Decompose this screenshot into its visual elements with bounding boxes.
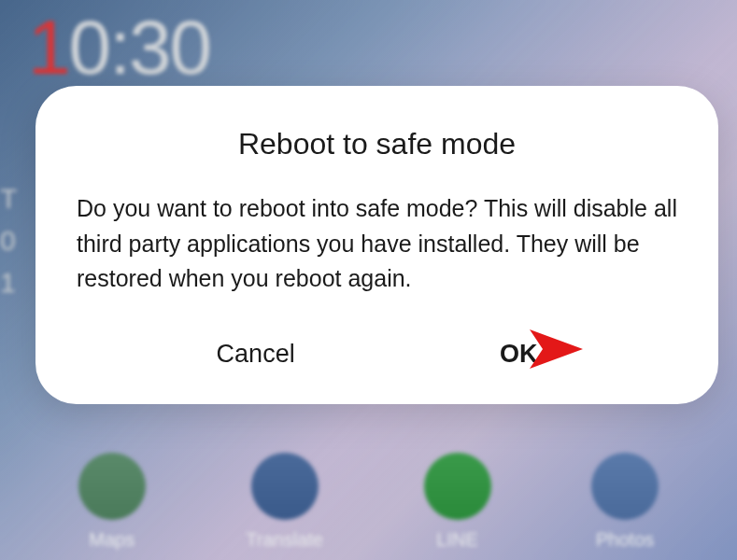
ok-button[interactable]: OK <box>481 334 557 374</box>
dock-item-line[interactable]: LINE <box>424 453 491 551</box>
dock-item-translate[interactable]: Translate <box>246 453 323 551</box>
dock-label: Photos <box>596 529 654 551</box>
cancel-button[interactable]: Cancel <box>198 334 314 374</box>
lockscreen-clock: 10:30 <box>28 4 210 91</box>
dock-label: Maps <box>89 529 135 551</box>
translate-icon <box>251 453 319 520</box>
line-icon <box>424 453 491 520</box>
safe-mode-dialog: Reboot to safe mode Do you want to reboo… <box>35 86 718 404</box>
dialog-title: Reboot to safe mode <box>77 127 677 161</box>
app-dock: Maps Translate LINE Photos <box>0 453 737 551</box>
dialog-actions: Cancel OK <box>77 334 677 374</box>
dock-item-maps[interactable]: Maps <box>78 453 146 551</box>
maps-icon <box>78 453 146 520</box>
clock-first-digit: 1 <box>28 5 69 90</box>
dock-item-photos[interactable]: Photos <box>591 453 659 551</box>
dock-label: Translate <box>246 529 323 551</box>
clock-rest: 0:30 <box>69 5 211 90</box>
photos-icon <box>591 453 659 520</box>
dialog-body: Do you want to reboot into safe mode? Th… <box>77 191 677 297</box>
lockscreen-date-fragment: T 0 1 <box>0 177 28 303</box>
dock-label: LINE <box>436 529 477 551</box>
